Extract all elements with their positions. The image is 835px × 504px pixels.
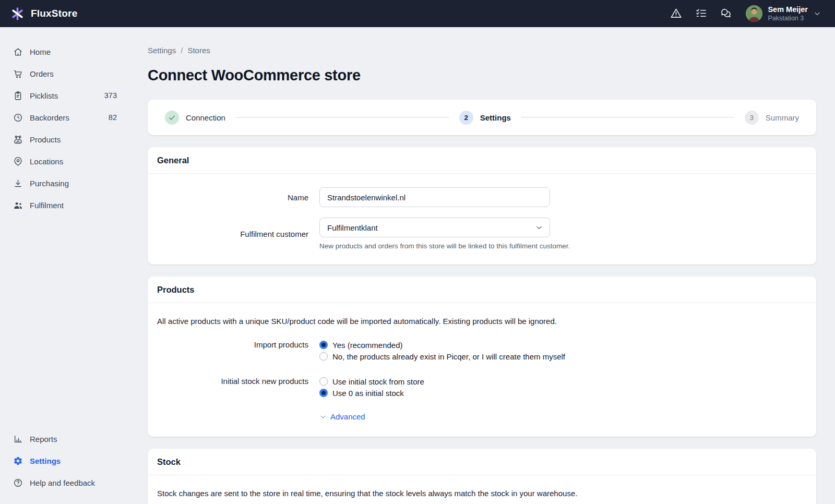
- topbar: FluxStore Sem Meijer: [0, 0, 835, 27]
- download-icon: [13, 178, 23, 188]
- avatar: [746, 5, 762, 22]
- radio-option-initial-from-store[interactable]: Use initial stock from store: [319, 376, 424, 387]
- breadcrumb-stores[interactable]: Stores: [187, 46, 210, 55]
- step-number: 3: [745, 111, 759, 125]
- page-title: Connect WooCommerce store: [148, 67, 816, 84]
- check-icon: [165, 111, 179, 125]
- radio-label: Use initial stock from store: [332, 377, 424, 386]
- radio-icon: [319, 377, 328, 386]
- step-label: Summary: [766, 113, 799, 122]
- chat-bubbles-icon[interactable]: [720, 7, 732, 20]
- step-connection[interactable]: Connection: [165, 111, 225, 125]
- fulfilment-customer-row: Fulfilment customer Fulfilmentklant New …: [157, 218, 804, 250]
- products-card: Products All active products with a uniq…: [148, 277, 816, 437]
- sidebar-item-label: Purchasing: [30, 179, 117, 188]
- map-pin-icon: [13, 156, 23, 166]
- step-summary[interactable]: 3 Summary: [745, 111, 799, 125]
- radio-icon: [319, 341, 328, 349]
- chevron-down-icon: [535, 223, 543, 232]
- topbar-right: Sem Meijer Pakstation 3: [657, 5, 821, 22]
- fulfilment-customer-label: Fulfilment customer: [157, 230, 308, 238]
- sidebar-item-label: Reports: [30, 435, 117, 443]
- sidebar: Home Orders Picklists 373 Backorders 82 …: [0, 27, 148, 504]
- sidebar-item-label: Locations: [30, 157, 117, 166]
- fulfilment-customer-control: Fulfilmentklant New products and orders …: [319, 218, 570, 250]
- stepper-connector: [521, 117, 735, 118]
- radio-label: Yes (recommended): [332, 341, 403, 350]
- sidebar-bottom: Reports Settings Help and feedback: [0, 428, 148, 494]
- sidebar-item-backorders[interactable]: Backorders 82: [13, 106, 117, 128]
- sidebar-item-purchasing[interactable]: Purchasing: [13, 172, 117, 194]
- home-icon: [13, 46, 23, 57]
- sidebar-item-home[interactable]: Home: [13, 41, 117, 63]
- alert-triangle-icon[interactable]: [670, 7, 682, 20]
- name-label: Name: [157, 193, 308, 202]
- radio-label: No, the products already exist in Picqer…: [332, 352, 565, 361]
- sidebar-item-picklists[interactable]: Picklists 373: [13, 85, 117, 106]
- asterisk-logo-icon: [10, 7, 25, 21]
- products-intro: All active products with a unique SKU/pr…: [157, 317, 804, 326]
- import-products-label: Import products: [157, 339, 308, 351]
- sidebar-item-label: Backorders: [30, 113, 109, 122]
- sidebar-item-label: Home: [30, 47, 117, 56]
- import-products-row: Import products Yes (recommended) No, th…: [157, 339, 804, 362]
- store-name-input[interactable]: [319, 187, 550, 207]
- chevron-down-icon: [319, 413, 327, 421]
- sidebar-item-fulfilment[interactable]: Fulfilment: [13, 194, 117, 216]
- sidebar-item-label: Orders: [30, 69, 117, 78]
- sidebar-item-locations[interactable]: Locations: [13, 150, 117, 172]
- initial-stock-options: Use initial stock from store Use 0 as in…: [319, 376, 424, 399]
- chevron-down-icon: [813, 9, 821, 18]
- stepper: Connection 2 Settings 3 Summary: [148, 100, 816, 135]
- name-row: Name: [157, 187, 804, 207]
- breadcrumb-settings[interactable]: Settings: [148, 46, 176, 55]
- sidebar-item-help[interactable]: Help and feedback: [13, 472, 117, 494]
- sidebar-item-label: Products: [30, 135, 117, 144]
- sidebar-item-reports[interactable]: Reports: [13, 428, 117, 450]
- brand-logo[interactable]: FluxStore: [10, 7, 77, 21]
- sidebar-item-products[interactable]: Products: [13, 128, 117, 150]
- radio-option-import-no[interactable]: No, the products already exist in Picqer…: [319, 351, 565, 362]
- sidebar-item-orders[interactable]: Orders: [13, 63, 117, 85]
- radio-option-import-yes[interactable]: Yes (recommended): [319, 339, 565, 351]
- users-icon: [13, 200, 23, 210]
- brand-name: FluxStore: [31, 8, 77, 19]
- name-control: [319, 187, 550, 207]
- radio-icon: [319, 352, 328, 361]
- bar-chart-icon: [13, 434, 23, 444]
- step-label: Settings: [480, 113, 511, 122]
- general-card-title: General: [148, 147, 816, 174]
- stock-card-title: Stock: [148, 449, 816, 475]
- help-circle-icon: [13, 477, 23, 488]
- initial-stock-row: Initial stock new products Use initial s…: [157, 376, 804, 399]
- user-name: Sem Meijer: [768, 5, 808, 14]
- teddy-bear-icon: [13, 134, 23, 145]
- app-shell: Home Orders Picklists 373 Backorders 82 …: [0, 27, 835, 504]
- general-card-body: Name Fulfilment customer Fulfilmentklant: [148, 174, 816, 265]
- step-settings[interactable]: 2 Settings: [459, 111, 511, 125]
- picklists-badge: 373: [104, 91, 117, 100]
- radio-option-initial-zero[interactable]: Use 0 as initial stock: [319, 387, 424, 399]
- breadcrumb: Settings / Stores: [148, 46, 816, 55]
- products-card-body: All active products with a unique SKU/pr…: [148, 303, 816, 437]
- stock-intro: Stock changes are sent to the store in r…: [157, 489, 804, 498]
- stepper-connector: [235, 117, 449, 118]
- shopping-cart-icon: [13, 68, 23, 79]
- breadcrumb-separator: /: [181, 46, 183, 55]
- clipboard-icon: [13, 90, 23, 101]
- advanced-toggle[interactable]: Advanced: [319, 412, 365, 421]
- sidebar-item-settings[interactable]: Settings: [13, 450, 117, 472]
- step-label: Connection: [186, 113, 225, 122]
- initial-stock-label: Initial stock new products: [157, 376, 308, 387]
- checklist-icon[interactable]: [695, 7, 707, 20]
- sidebar-item-label: Fulfilment: [30, 201, 117, 210]
- fulfilment-customer-help: New products and orders from this store …: [319, 242, 570, 250]
- backorders-badge: 82: [109, 113, 117, 122]
- general-card: General Name Fulfilment customer Fulfilm…: [148, 147, 816, 265]
- sidebar-top: Home Orders Picklists 373 Backorders 82 …: [0, 41, 148, 216]
- user-menu[interactable]: Sem Meijer Pakstation 3: [746, 5, 821, 22]
- sidebar-item-label: Picklists: [30, 91, 104, 100]
- main-content: Settings / Stores Connect WooCommerce st…: [148, 27, 835, 504]
- fulfilment-customer-select[interactable]: Fulfilmentklant: [319, 218, 550, 237]
- user-meta: Sem Meijer Pakstation 3: [768, 5, 808, 22]
